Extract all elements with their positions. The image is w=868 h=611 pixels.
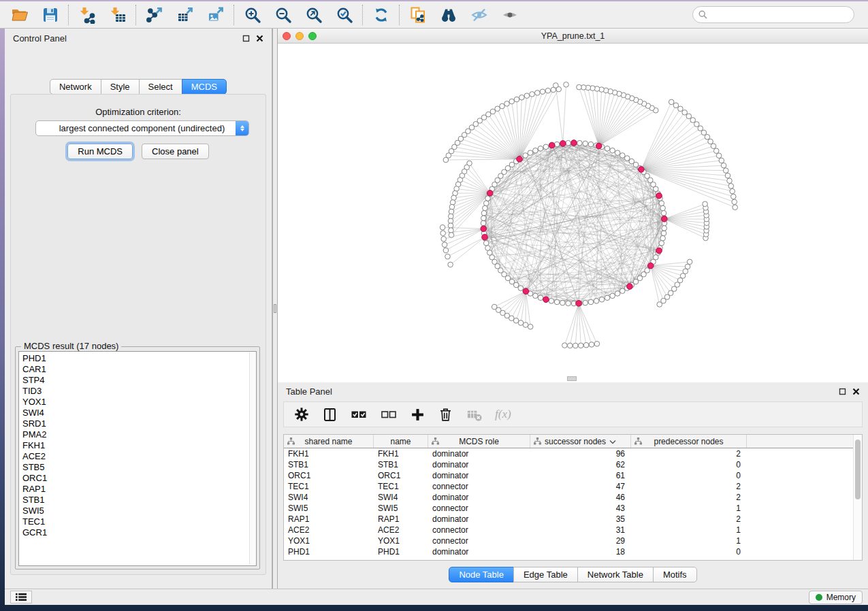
mcds-hub-node[interactable] [560,141,566,147]
network-node[interactable] [624,156,630,161]
network-node[interactable] [573,343,579,348]
network-node[interactable] [605,146,610,152]
network-node[interactable] [713,148,719,154]
network-node[interactable] [562,343,568,348]
node-table[interactable]: shared namenameMCDS rolesuccessor nodesp… [283,434,863,561]
network-node[interactable] [530,92,535,97]
network-node[interactable] [610,148,615,153]
mcds-hub-node[interactable] [482,234,488,240]
vertical-splitter[interactable] [272,29,278,589]
function-builder-button[interactable]: f(x) [495,408,511,421]
tab-mcds[interactable]: MCDS [182,79,227,95]
table-tab-network-table[interactable]: Network Table [577,567,654,582]
network-node[interactable] [481,216,487,221]
table-row[interactable]: TEC1TEC1connector472 [284,481,862,492]
network-node[interactable] [583,141,588,146]
network-graph[interactable] [278,44,868,382]
save-session-button[interactable] [35,3,65,27]
table-row[interactable]: RAP1RAP1dominator352 [284,514,862,525]
network-node[interactable] [577,84,582,90]
network-node[interactable] [543,144,549,150]
network-node[interactable] [440,231,446,236]
mcds-hub-node[interactable] [648,263,654,269]
network-node[interactable] [485,196,491,201]
column-header-name[interactable]: name [374,435,428,448]
network-node[interactable] [660,205,666,211]
sort-desc-icon[interactable] [609,437,616,446]
network-node[interactable] [725,173,730,178]
network-node[interactable] [448,262,453,267]
network-node[interactable] [540,89,545,95]
zoom-out-button[interactable] [268,3,298,27]
splitter-grip[interactable] [274,304,276,313]
network-node[interactable] [578,343,583,348]
network-node[interactable] [719,158,724,163]
deselect-all-button[interactable] [380,406,398,423]
network-node[interactable] [731,194,737,199]
float-window-icon[interactable] [242,35,250,42]
table-tab-motifs[interactable]: Motifs [653,567,697,582]
mcds-result-item[interactable]: YOX1 [22,397,256,408]
table-settings-button[interactable] [293,406,310,423]
network-node[interactable] [538,295,543,301]
network-node[interactable] [443,157,449,163]
float-window-icon[interactable] [839,388,846,395]
network-node[interactable] [481,220,486,226]
network-node[interactable] [615,291,620,297]
mcds-result-item[interactable]: STB1 [22,495,256,506]
network-node[interactable] [492,304,497,310]
tab-select[interactable]: Select [139,79,182,95]
network-node[interactable] [605,295,610,301]
network-node[interactable] [661,210,666,216]
network-node[interactable] [698,126,703,131]
horizontal-splitter-grip[interactable] [567,376,577,381]
network-node[interactable] [589,342,594,348]
network-node[interactable] [553,83,559,88]
table-row[interactable]: STB1STB1dominator620 [284,459,862,470]
network-node[interactable] [657,302,662,308]
network-node[interactable] [442,242,447,248]
network-node[interactable] [533,148,539,153]
open-file-button[interactable] [4,3,35,27]
export-network-button[interactable] [139,3,170,27]
network-node[interactable] [610,293,615,299]
network-node[interactable] [554,299,560,305]
network-node[interactable] [504,101,510,107]
table-tab-node-table[interactable]: Node Table [449,567,514,582]
network-node[interactable] [554,142,560,147]
close-icon[interactable] [852,388,860,395]
find-button[interactable] [433,3,464,27]
column-header-predecessor-nodes[interactable]: predecessor nodes [631,435,747,448]
network-node[interactable] [566,140,571,146]
network-node[interactable] [483,241,489,246]
show-hidden-button[interactable] [494,3,525,27]
network-node[interactable] [620,288,626,294]
mcds-result-item[interactable]: TID3 [22,386,256,397]
mcds-result-item[interactable]: STP4 [22,375,256,386]
network-node[interactable] [721,163,726,168]
network-node[interactable] [514,97,519,102]
network-node[interactable] [615,150,620,156]
network-node[interactable] [620,153,626,159]
network-node[interactable] [566,301,571,306]
mcds-list-scrollbar[interactable] [249,352,255,565]
tab-style[interactable]: Style [101,79,140,95]
network-node[interactable] [594,342,600,347]
duplicate-network-button[interactable] [402,3,433,27]
network-node[interactable] [441,236,447,242]
network-node[interactable] [629,159,634,164]
network-window-titlebar[interactable]: YPA_prune.txt_1 [278,29,868,44]
zoom-selected-button[interactable] [329,3,359,27]
run-mcds-button[interactable]: Run MCDS [67,144,133,159]
network-node[interactable] [523,323,528,328]
tab-network[interactable]: Network [50,79,101,95]
mcds-hub-node[interactable] [656,193,662,199]
network-node[interactable] [662,226,667,231]
mcds-result-item[interactable]: ACE2 [22,451,256,462]
column-header-shared-name[interactable]: shared name [284,435,374,448]
mcds-result-item[interactable]: SWI5 [22,506,256,516]
network-node[interactable] [690,118,696,123]
hide-selected-button[interactable] [464,3,494,27]
network-node[interactable] [524,93,530,99]
mcds-result-item[interactable]: GCR1 [22,527,256,538]
